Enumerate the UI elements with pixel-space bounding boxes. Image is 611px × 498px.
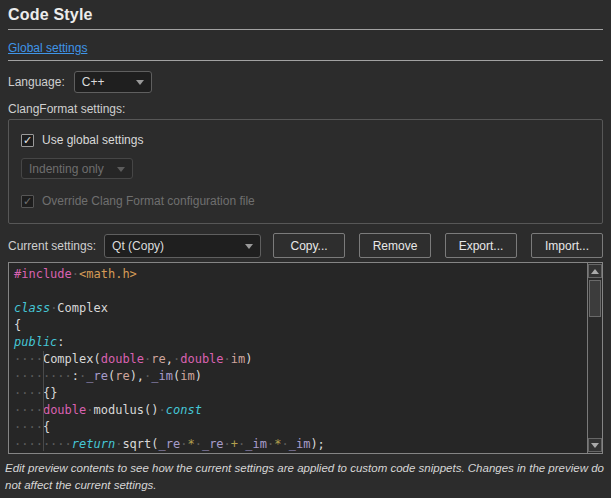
chevron-down-icon bbox=[245, 244, 253, 249]
footer-note: Edit preview contents to see how the cur… bbox=[5, 460, 604, 495]
code-line: ····double·modulus()·const bbox=[14, 402, 584, 419]
use-global-settings-checkbox[interactable] bbox=[21, 134, 34, 147]
current-settings-select[interactable]: Qt (Copy) bbox=[104, 234, 261, 258]
scroll-up-button[interactable] bbox=[588, 264, 602, 278]
indent-guide bbox=[43, 351, 44, 451]
code-line: public: bbox=[14, 334, 584, 351]
current-settings-row: Current settings: Qt (Copy) Copy... Remo… bbox=[8, 233, 603, 258]
code-line: ········return·sqrt(_re·*·_re·+·_im·*·_i… bbox=[14, 436, 584, 453]
clangformat-group: Use global settings Indenting only Overr… bbox=[8, 119, 603, 224]
language-value: C++ bbox=[82, 75, 105, 89]
triangle-up-icon bbox=[591, 269, 599, 274]
editor-scrollbar[interactable] bbox=[587, 263, 602, 453]
copy-button[interactable]: Copy... bbox=[273, 233, 345, 258]
code-line: { bbox=[14, 317, 584, 334]
language-label: Language: bbox=[8, 75, 65, 89]
override-config-row: Override Clang Format configuration file bbox=[21, 194, 590, 208]
code-line: ····{ bbox=[14, 419, 584, 436]
scrollbar-thumb[interactable] bbox=[589, 280, 601, 317]
scroll-down-button[interactable] bbox=[588, 438, 602, 452]
triangle-down-icon bbox=[591, 443, 599, 448]
override-config-checkbox bbox=[21, 195, 34, 208]
current-settings-label: Current settings: bbox=[8, 239, 96, 253]
code-line: ····Complex(double·re,·double·im) bbox=[14, 351, 584, 368]
title-separator bbox=[8, 29, 603, 30]
page-title: Code Style bbox=[8, 6, 603, 24]
language-row: Language: C++ bbox=[8, 71, 603, 93]
code-style-settings-page: Code Style Global settings Language: C++… bbox=[0, 6, 611, 498]
remove-button[interactable]: Remove bbox=[359, 233, 431, 258]
formatting-mode-select: Indenting only bbox=[21, 158, 133, 179]
chevron-down-icon bbox=[136, 80, 144, 85]
code-line: class·Complex bbox=[14, 300, 584, 317]
clangformat-settings-label: ClangFormat settings: bbox=[8, 102, 603, 116]
code-line: ········:·_re(re),·_im(im) bbox=[14, 368, 584, 385]
link-separator bbox=[8, 60, 603, 61]
export-button[interactable]: Export... bbox=[445, 233, 517, 258]
chevron-down-icon bbox=[117, 167, 125, 172]
use-global-settings-row: Use global settings bbox=[21, 133, 590, 147]
code-line: #include·<math.h> bbox=[14, 266, 584, 283]
code-preview-editor[interactable]: #include·<math.h> class·Complex{public:·… bbox=[8, 262, 603, 454]
import-button[interactable]: Import... bbox=[531, 233, 603, 258]
code-preview-content: #include·<math.h> class·Complex{public:·… bbox=[14, 266, 584, 453]
current-settings-value: Qt (Copy) bbox=[112, 239, 164, 253]
code-line bbox=[14, 283, 584, 300]
code-line: ····{} bbox=[14, 385, 584, 402]
formatting-mode-value: Indenting only bbox=[29, 162, 104, 176]
use-global-settings-label: Use global settings bbox=[42, 133, 143, 147]
global-settings-link[interactable]: Global settings bbox=[8, 41, 87, 55]
override-config-label: Override Clang Format configuration file bbox=[42, 194, 255, 208]
language-select[interactable]: C++ bbox=[74, 71, 152, 93]
